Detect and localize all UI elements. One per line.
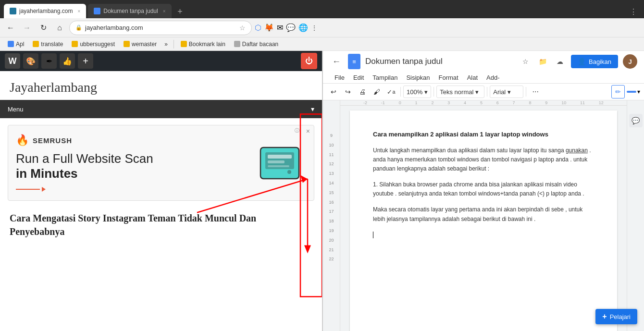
edit-mode-btn[interactable]: ✏ <box>611 85 625 98</box>
new-tab-btn[interactable]: + <box>173 5 187 18</box>
ruler-19: 19 <box>329 226 334 236</box>
spellcheck-btn[interactable]: ✓a <box>384 85 398 98</box>
zoom-arrow-icon: ▾ <box>424 88 428 96</box>
bookmark-lain-label: Bookmark lain <box>189 41 225 48</box>
back-btn[interactable]: ← <box>4 21 17 35</box>
translate-ext-icon[interactable]: ⬡ <box>255 23 261 32</box>
text-style-arrow-icon: ▾ <box>475 88 479 96</box>
text-cursor <box>373 232 373 238</box>
star-icon[interactable]: ☆ <box>239 24 246 32</box>
ext-icon-4[interactable]: 💬 <box>286 23 296 32</box>
ext-icon-5[interactable]: 🌐 <box>298 23 308 32</box>
browser-tab-1[interactable]: jayaherlambang.com × <box>4 4 86 18</box>
tab1-close[interactable]: × <box>77 9 80 14</box>
semrush-logo: 🔥 SEMRUSH <box>16 134 253 147</box>
home-btn[interactable]: ⌂ <box>53 21 66 35</box>
docs-menu-view[interactable]: Tampilan <box>369 72 401 83</box>
pen-arrow-icon[interactable]: ▾ <box>637 88 640 95</box>
docs-menu-tools[interactable]: Alat <box>463 72 482 83</box>
ruler-21: 21 <box>329 245 334 255</box>
wp-site-title: Jayaherlambang <box>10 80 312 95</box>
ad-close-btn[interactable]: × <box>306 127 310 135</box>
pelajari-btn[interactable]: + Pelajari <box>595 309 637 324</box>
docs-menu-insert[interactable]: Sisipkan <box>402 72 433 83</box>
docs-menu-bar: File Edit Tampilan Sisipkan Format Alat … <box>323 72 644 83</box>
pelajari-icon: + <box>602 312 607 321</box>
docs-page-wrapper: -2-10123456789101112 Cara menampilkan 2 … <box>340 100 627 331</box>
more-formatting-btn[interactable]: ··· <box>529 85 542 98</box>
ext-more-btn[interactable]: ⋮ <box>311 24 318 32</box>
bookmark-daftar-bacaan[interactable]: Daftar bacaan <box>230 40 282 49</box>
docs-user-avatar[interactable]: J <box>623 54 637 69</box>
ad-headline-1: Run a Full Website Scan <box>16 151 253 166</box>
browser-tab-bar: jayaherlambang.com × Dokumen tanpa judul… <box>0 0 644 18</box>
doc-cursor-line[interactable] <box>373 231 594 240</box>
wp-paint-btn[interactable]: 🎨 <box>23 53 38 69</box>
ad-cta-arrow <box>16 187 253 192</box>
bookmark-translate-label: translate <box>41 41 63 48</box>
wp-pen-btn[interactable]: ✒ <box>41 53 57 69</box>
docs-header: ← ≡ Dokumen tanpa judul ☆ 📁 ☁ 👤 Bagikan … <box>323 51 644 100</box>
ruler-11: 11 <box>329 150 334 160</box>
docs-star-icon[interactable]: ☆ <box>519 55 532 68</box>
text-style-select[interactable]: Teks normal ▾ <box>436 86 484 98</box>
wp-menu-arrow-icon: ▾ <box>311 105 314 113</box>
docs-left-ruler: 9 10 11 12 13 14 15 16 17 18 19 20 21 22 <box>323 100 340 331</box>
lock-icon: 🔒 <box>75 25 82 31</box>
tab1-label: jayaherlambang.com <box>19 8 73 14</box>
url-text: jayaherlambang.com <box>85 24 236 31</box>
wp-logo-btn[interactable]: W <box>5 53 20 69</box>
refresh-btn[interactable]: ↻ <box>37 21 50 35</box>
docs-page[interactable]: Cara menampilkan 2 aplikasi dalam 1 laya… <box>350 110 617 331</box>
zoom-select[interactable]: 100% ▾ <box>403 86 431 98</box>
pelajari-label: Pelajari <box>610 313 631 320</box>
wp-plus-btn[interactable]: + <box>78 53 93 69</box>
docs-menu-addons[interactable]: Add- <box>483 72 503 83</box>
docs-share-btn[interactable]: 👤 Bagikan <box>571 55 618 68</box>
docs-menu-file[interactable]: File <box>331 72 348 83</box>
forward-btn[interactable]: → <box>20 21 34 35</box>
tab2-close[interactable]: × <box>163 9 166 14</box>
doc-para-1: Untuk langkah menampilkan dua aplikasi d… <box>373 146 594 174</box>
bookmark-bookmark-lain[interactable]: Bookmark lain <box>177 40 229 49</box>
ruler-9: 9 <box>330 131 333 141</box>
docs-menu-edit[interactable]: Edit <box>349 72 368 83</box>
docs-folder-icon[interactable]: 📁 <box>536 55 549 68</box>
docs-menu-format[interactable]: Format <box>435 72 462 83</box>
svg-rect-3 <box>268 160 285 163</box>
undo-btn[interactable]: ↩ <box>327 85 340 98</box>
browser-more-btn[interactable]: ⋮ <box>627 5 640 18</box>
bookmark-translate[interactable]: translate <box>29 40 67 49</box>
print-btn[interactable]: 🖨 <box>356 85 369 98</box>
url-bar[interactable]: 🔒 jayaherlambang.com ☆ <box>69 21 252 35</box>
bookmark-apl[interactable]: Apl <box>4 40 28 49</box>
docs-title[interactable]: Dokumen tanpa judul <box>365 57 514 66</box>
wp-menu-label: Menu <box>8 106 24 113</box>
ext-icon-3[interactable]: ✉ <box>277 23 283 32</box>
font-value: Arial <box>493 88 506 96</box>
ruler-16: 16 <box>329 198 334 208</box>
ext-icon-2[interactable]: 🦊 <box>264 23 274 32</box>
wp-menu-bar[interactable]: Menu ▾ <box>0 100 322 118</box>
docs-back-btn[interactable]: ← <box>330 55 343 68</box>
bookmark-ubbersuggest[interactable]: ubbersuggest <box>68 40 119 49</box>
docs-cloud-icon[interactable]: ☁ <box>554 55 566 68</box>
font-select[interactable]: Arial ▾ <box>490 86 523 98</box>
bookmark-wemaster[interactable]: wemaster <box>120 40 161 49</box>
browser-tab-2[interactable]: Dokumen tanpa judul × <box>88 4 171 18</box>
comments-panel-btn[interactable]: 💬 <box>629 114 643 127</box>
wp-thumb-btn[interactable]: 👍 <box>60 53 75 69</box>
docs-title-bar: ← ≡ Dokumen tanpa judul ☆ 📁 ☁ 👤 Bagikan … <box>323 51 644 72</box>
ruler-22: 22 <box>329 255 334 264</box>
docs-horizontal-ruler: -2-10123456789101112 <box>340 100 627 106</box>
bookmark-more[interactable]: » <box>161 40 171 49</box>
doc-para-2: 1. Silahkan buka browser pada chrome and… <box>373 180 594 198</box>
wp-power-btn[interactable]: ⏻ <box>301 53 317 69</box>
docs-formatting-bar: ↩ ↪ 🖨 🖌 ✓a 100% ▾ Teks normal ▾ <box>323 83 644 100</box>
svg-rect-4 <box>268 165 289 167</box>
doc-heading: Cara menampilkan 2 aplikasi dalam 1 laya… <box>373 130 594 139</box>
redo-btn[interactable]: ↪ <box>341 85 355 98</box>
ad-info-badge[interactable]: ⓘ <box>295 127 299 134</box>
semrush-brand: SEMRUSH <box>33 136 72 145</box>
paintformat-btn[interactable]: 🖌 <box>370 85 384 98</box>
